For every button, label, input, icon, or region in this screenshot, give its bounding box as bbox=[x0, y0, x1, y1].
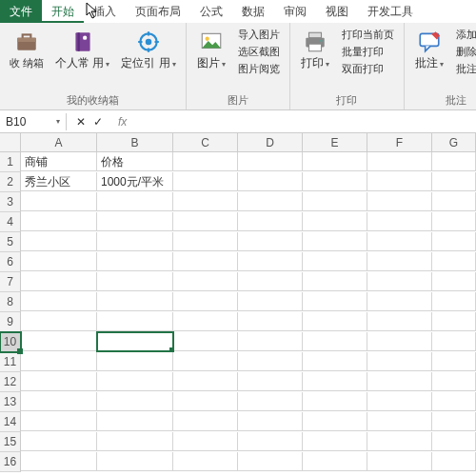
cell-B4[interactable] bbox=[97, 212, 173, 231]
cell-E8[interactable] bbox=[303, 292, 367, 311]
cell-C7[interactable] bbox=[173, 272, 238, 291]
cell-F4[interactable] bbox=[367, 212, 432, 231]
cell-A7[interactable] bbox=[21, 272, 97, 291]
accept-formula-icon[interactable]: ✓ bbox=[93, 115, 103, 129]
cell-C12[interactable] bbox=[173, 372, 238, 391]
row-header-13[interactable]: 13 bbox=[0, 392, 21, 412]
tab-page-layout[interactable]: 页面布局 bbox=[126, 0, 190, 23]
cell-G6[interactable] bbox=[432, 252, 476, 271]
cell-C11[interactable] bbox=[173, 352, 238, 371]
cell-F1[interactable] bbox=[367, 152, 432, 171]
cell-D16[interactable] bbox=[238, 452, 303, 471]
cell-D10[interactable] bbox=[238, 332, 303, 351]
cell-E9[interactable] bbox=[303, 312, 367, 331]
tab-view[interactable]: 视图 bbox=[316, 0, 358, 23]
cell-G10[interactable] bbox=[432, 332, 476, 351]
cell-E3[interactable] bbox=[303, 192, 367, 211]
cell-F6[interactable] bbox=[367, 252, 432, 271]
cell-G2[interactable] bbox=[432, 172, 476, 191]
cell-F11[interactable] bbox=[367, 352, 432, 371]
cell-G7[interactable] bbox=[432, 272, 476, 291]
cell-C1[interactable] bbox=[173, 152, 238, 171]
cell-E7[interactable] bbox=[303, 272, 367, 291]
cell-G11[interactable] bbox=[432, 352, 476, 371]
cell-E4[interactable] bbox=[303, 212, 367, 231]
cell-C5[interactable] bbox=[173, 232, 238, 251]
cell-B9[interactable] bbox=[97, 312, 173, 331]
cell-D9[interactable] bbox=[238, 312, 303, 331]
row-header-9[interactable]: 9 bbox=[0, 312, 21, 332]
cell-D1[interactable] bbox=[238, 152, 303, 171]
cell-A3[interactable] bbox=[21, 192, 97, 211]
cell-A15[interactable] bbox=[21, 432, 97, 451]
cell-E1[interactable] bbox=[303, 152, 367, 171]
delete-comment-item[interactable]: 删除批注 bbox=[454, 44, 476, 60]
select-all-corner[interactable] bbox=[0, 133, 21, 152]
cell-A4[interactable] bbox=[21, 212, 97, 231]
cell-B15[interactable] bbox=[97, 432, 173, 451]
row-header-1[interactable]: 1 bbox=[0, 152, 21, 172]
cell-F7[interactable] bbox=[367, 272, 432, 291]
picture-browse-item[interactable]: 图片阅览 bbox=[236, 61, 282, 77]
tab-data[interactable]: 数据 bbox=[232, 0, 274, 23]
cell-B8[interactable] bbox=[97, 292, 173, 311]
cell-F8[interactable] bbox=[367, 292, 432, 311]
cell-C14[interactable] bbox=[173, 412, 238, 431]
cell-B11[interactable] bbox=[97, 352, 173, 371]
cell-C16[interactable] bbox=[173, 452, 238, 471]
tab-review[interactable]: 审阅 bbox=[274, 0, 316, 23]
cell-F9[interactable] bbox=[367, 312, 432, 331]
cell-B2[interactable]: 1000元/平米 bbox=[97, 172, 173, 191]
cell-C8[interactable] bbox=[173, 292, 238, 311]
fx-icon[interactable]: fx bbox=[112, 115, 132, 129]
cell-C6[interactable] bbox=[173, 252, 238, 271]
tab-file[interactable]: 文件 bbox=[0, 0, 42, 23]
storage-box-button[interactable]: 收 纳箱 bbox=[8, 27, 46, 71]
cell-B13[interactable] bbox=[97, 392, 173, 411]
spreadsheet-grid[interactable]: ABCDEFG1商铺价格2秀兰小区1000元/平米345678910111213… bbox=[0, 133, 476, 472]
cell-E2[interactable] bbox=[303, 172, 367, 191]
row-header-14[interactable]: 14 bbox=[0, 412, 21, 432]
cell-E13[interactable] bbox=[303, 392, 367, 411]
cell-G13[interactable] bbox=[432, 392, 476, 411]
cell-F13[interactable] bbox=[367, 392, 432, 411]
cell-G4[interactable] bbox=[432, 212, 476, 231]
cell-A2[interactable]: 秀兰小区 bbox=[21, 172, 97, 191]
cell-D7[interactable] bbox=[238, 272, 303, 291]
col-header-G[interactable]: G bbox=[432, 133, 476, 152]
cell-A5[interactable] bbox=[21, 232, 97, 251]
row-header-2[interactable]: 2 bbox=[0, 172, 21, 192]
cell-B14[interactable] bbox=[97, 412, 173, 431]
cell-F15[interactable] bbox=[367, 432, 432, 451]
row-header-8[interactable]: 8 bbox=[0, 292, 21, 312]
tab-dev[interactable]: 开发工具 bbox=[358, 0, 423, 23]
import-picture-item[interactable]: 导入图片 bbox=[236, 27, 282, 43]
row-header-11[interactable]: 11 bbox=[0, 352, 21, 372]
cell-F10[interactable] bbox=[367, 332, 432, 351]
cell-E16[interactable] bbox=[303, 452, 367, 471]
cell-E15[interactable] bbox=[303, 432, 367, 451]
cell-A12[interactable] bbox=[21, 372, 97, 391]
cell-B1[interactable]: 价格 bbox=[97, 152, 173, 171]
row-header-3[interactable]: 3 bbox=[0, 192, 21, 212]
cell-G14[interactable] bbox=[432, 412, 476, 431]
cell-E11[interactable] bbox=[303, 352, 367, 371]
cell-A9[interactable] bbox=[21, 312, 97, 331]
cell-C10[interactable] bbox=[173, 332, 238, 351]
cell-D2[interactable] bbox=[238, 172, 303, 191]
cell-D5[interactable] bbox=[238, 232, 303, 251]
locate-ref-button[interactable]: 定位引 用▾ bbox=[119, 27, 177, 72]
cell-F2[interactable] bbox=[367, 172, 432, 191]
cancel-formula-icon[interactable]: ✕ bbox=[76, 115, 86, 129]
cell-B16[interactable] bbox=[97, 452, 173, 471]
row-header-15[interactable]: 15 bbox=[0, 432, 21, 452]
col-header-C[interactable]: C bbox=[173, 133, 238, 152]
cell-G1[interactable] bbox=[432, 152, 476, 171]
cell-A11[interactable] bbox=[21, 352, 97, 371]
cell-G15[interactable] bbox=[432, 432, 476, 451]
row-header-16[interactable]: 16 bbox=[0, 452, 21, 472]
cell-B7[interactable] bbox=[97, 272, 173, 291]
col-header-B[interactable]: B bbox=[97, 133, 173, 152]
cell-A14[interactable] bbox=[21, 412, 97, 431]
cell-G3[interactable] bbox=[432, 192, 476, 211]
